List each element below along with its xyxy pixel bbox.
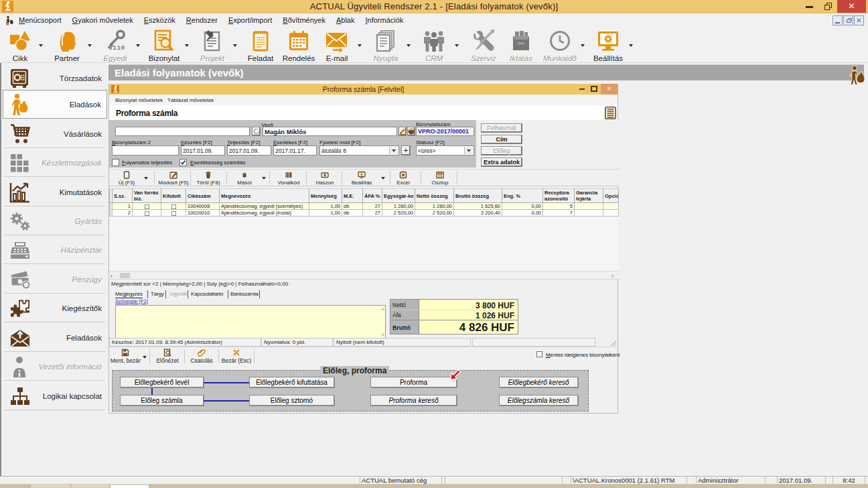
svg-text:0110: 0110 xyxy=(108,44,125,52)
